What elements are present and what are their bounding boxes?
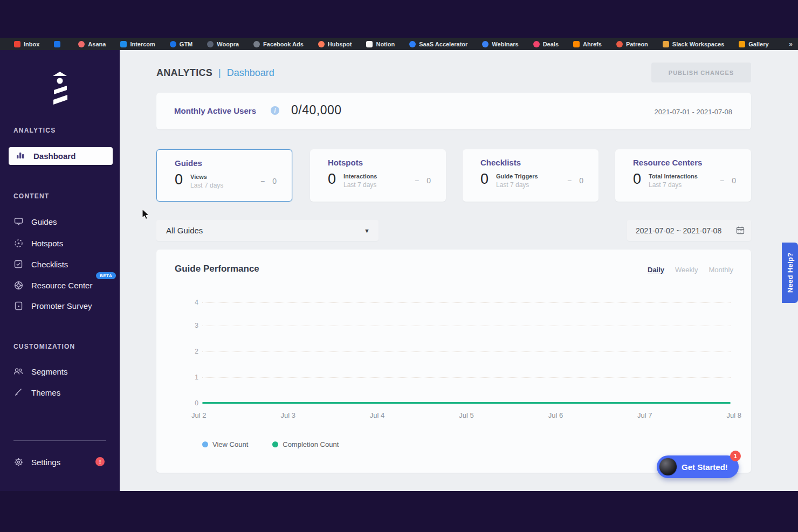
bookmark-label: GTM (180, 41, 192, 47)
sidebar-item-checklists[interactable]: Checklists (0, 258, 120, 271)
sidebar-item-guides[interactable]: Guides (0, 215, 120, 228)
bookmark-label: Intercom (130, 41, 155, 47)
brush-icon (13, 388, 23, 397)
bookmark-calendar[interactable] (54, 41, 64, 47)
breadcrumb-separator: | (218, 67, 221, 78)
stat-value: 0 (175, 171, 183, 188)
bookmark-notion[interactable]: Notion (366, 41, 395, 47)
y-tick: 3 (184, 322, 198, 329)
slack-icon (663, 41, 669, 47)
y-tick: 4 (184, 299, 198, 306)
sidebar-item-label: Promoter Survey (31, 301, 92, 310)
sidebar-item-themes[interactable]: Themes (0, 386, 120, 399)
saas-accelerator-icon (409, 41, 416, 47)
stat-card-hotspots[interactable]: Hotspots 0 Interactions Last 7 days −0 (310, 149, 446, 202)
tab-weekly[interactable]: Weekly (675, 266, 698, 274)
product-logo[interactable] (0, 72, 120, 109)
sidebar: ANALYTICS Dashboard CONTENT Guides Hotsp… (0, 50, 120, 491)
x-tick: Jul 8 (727, 411, 741, 419)
gridline (202, 377, 731, 378)
bookmark-webinars[interactable]: Webinars (482, 41, 518, 47)
bookmark-label: Gallery (748, 41, 768, 47)
chat-notification-badge: 1 (730, 451, 741, 461)
bookmark-deals[interactable]: Deals (533, 41, 559, 47)
bookmark-patreon[interactable]: Patreon (616, 41, 648, 47)
webinars-icon (482, 41, 489, 47)
bookmark-asana[interactable]: Asana (78, 41, 106, 47)
completion-count-line (202, 402, 731, 404)
tab-daily[interactable]: Daily (648, 266, 664, 274)
gear-icon (13, 457, 23, 467)
info-icon[interactable]: i (271, 106, 279, 115)
mau-label: Monthly Active Users (174, 106, 256, 115)
stat-period-label: Last 7 days (496, 181, 529, 189)
bookmark-hubspot[interactable]: Hubspot (318, 41, 352, 47)
breadcrumb: ANALYTICS | Dashboard (156, 67, 274, 79)
stat-value: 0 (328, 171, 336, 188)
bookmark-inbox[interactable]: Inbox (14, 41, 39, 47)
gridline (202, 326, 731, 326)
asana-icon (78, 41, 85, 47)
stat-delta: −0 (415, 176, 431, 185)
bookmark-ahrefs[interactable]: Ahrefs (573, 41, 602, 47)
stat-value: 0 (633, 171, 641, 188)
sidebar-section-customization: CUSTOMIZATION (13, 343, 75, 350)
mau-date-range: 2021-07-01 - 2021-07-08 (654, 108, 732, 116)
bookmark-facebook-ads[interactable]: Facebook Ads (253, 41, 304, 47)
breadcrumb-page[interactable]: Dashboard (227, 67, 274, 78)
stat-card-checklists[interactable]: Checklists 0 Guide Triggers Last 7 days … (463, 149, 598, 202)
bookmark-label: Notion (376, 41, 395, 47)
sidebar-item-label: Settings (31, 458, 60, 467)
guide-performance-card: Guide Performance Daily Weekly Monthly 4… (156, 250, 751, 473)
bookmark-label: Woopra (217, 41, 239, 47)
chevron-down-icon: ▼ (364, 227, 370, 234)
x-tick: Jul 2 (191, 411, 206, 419)
bookmark-gallery[interactable]: Gallery (739, 41, 768, 47)
sidebar-item-resource-center[interactable]: Resource Center (0, 279, 120, 292)
bookmark-slack-workspaces[interactable]: Slack Workspaces (663, 41, 724, 47)
bookmark-label: Slack Workspaces (672, 41, 724, 47)
comment-icon (13, 217, 23, 226)
sidebar-item-promoter-survey[interactable]: Promoter Survey (0, 299, 120, 312)
legend-completion-count: Completion Count (272, 440, 339, 448)
publish-changes-button[interactable]: PUBLISH CHANGES (651, 63, 751, 82)
tab-monthly[interactable]: Monthly (708, 266, 733, 274)
bookmark-saas-accelerator[interactable]: SaaS Accelerator (409, 41, 467, 47)
bookmark-intercom[interactable]: Intercom (120, 41, 155, 47)
sidebar-item-label: Dashboard (33, 151, 75, 161)
mau-value: 0/40,000 (291, 103, 342, 118)
bookmarks-overflow-chevron[interactable]: » (789, 40, 793, 48)
stat-title: Checklists (480, 158, 521, 167)
sidebar-item-hotspots[interactable]: Hotspots (0, 237, 120, 250)
x-tick: Jul 6 (548, 411, 563, 419)
stat-title: Resource Centers (633, 158, 702, 167)
bookmark-label: Inbox (24, 41, 39, 47)
y-tick: 0 (184, 399, 198, 407)
chart-granularity-tabs: Daily Weekly Monthly (648, 266, 733, 274)
ahrefs-icon (573, 41, 580, 47)
users-icon (13, 367, 23, 376)
guide-filter-select[interactable]: All Guides ▼ (156, 220, 379, 241)
lighthouse-logo-icon (41, 72, 79, 107)
sidebar-item-label: Hotspots (31, 239, 63, 248)
x-tick: Jul 7 (637, 411, 652, 419)
legend-view-count: View Count (202, 440, 248, 448)
sidebar-item-label: Themes (31, 388, 60, 397)
sidebar-item-segments[interactable]: Segments (0, 365, 120, 378)
sidebar-item-dashboard[interactable]: Dashboard (9, 147, 113, 165)
chat-launcher-button[interactable]: Get Started! 1 (657, 455, 739, 478)
stat-title: Hotspots (328, 158, 363, 167)
bookmark-label: Ahrefs (583, 41, 602, 47)
intercom-icon (120, 41, 127, 47)
bookmark-woopra[interactable]: Woopra (207, 41, 239, 47)
monthly-active-users-card: Monthly Active Users i 0/40,000 2021-07-… (156, 93, 751, 129)
sidebar-item-label: Segments (31, 367, 68, 376)
stat-card-resource-centers[interactable]: Resource Centers 0 Total Interactions La… (615, 149, 751, 202)
date-range-picker[interactable]: 2021-07-02 ~ 2021-07-08 (627, 220, 751, 241)
bookmark-label: Deals (543, 41, 559, 47)
bookmark-label: Patreon (626, 41, 648, 47)
stat-title: Guides (175, 158, 202, 168)
need-help-tab[interactable]: Need Help? (782, 243, 798, 303)
stat-card-guides[interactable]: Guides 0 Views Last 7 days −0 (156, 149, 292, 202)
bookmark-gtm[interactable]: GTM (170, 41, 192, 47)
